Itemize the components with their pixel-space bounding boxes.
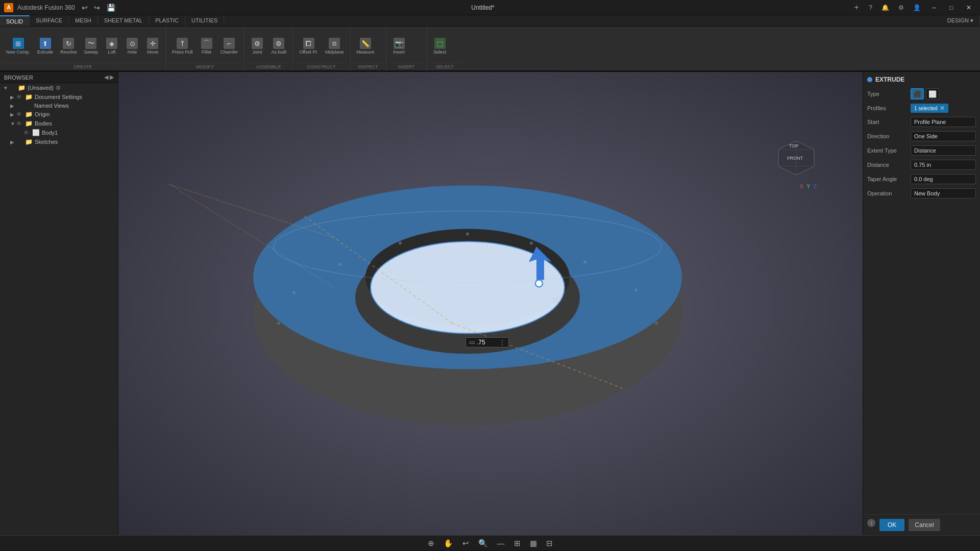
svg-point-16 bbox=[399, 355, 402, 358]
folder-icon: 📁 bbox=[25, 120, 33, 127]
overlay-options-icon[interactable]: ⋮ bbox=[499, 339, 505, 346]
tab-solid[interactable]: SOLID bbox=[0, 15, 30, 26]
svg-point-6 bbox=[466, 233, 469, 236]
extrude-button[interactable]: ⬆ Extrude bbox=[34, 37, 56, 56]
gear-icon[interactable]: ⚙ bbox=[56, 85, 61, 91]
tab-mesh[interactable]: MESH bbox=[69, 15, 98, 26]
construct-label: CONSTRUCT bbox=[296, 63, 347, 69]
undo-redo-group: ↩ ↪ bbox=[79, 3, 103, 13]
insert-mesh-icon: 📷 bbox=[394, 38, 405, 49]
svg-point-10 bbox=[399, 242, 402, 245]
operation-select[interactable]: New Body bbox=[911, 188, 976, 198]
info-icon[interactable]: i bbox=[867, 519, 875, 527]
fit-button[interactable]: ⊕ bbox=[425, 538, 437, 549]
browser-collapse-icon[interactable]: ◀ ▶ bbox=[104, 74, 114, 81]
tab-utilities[interactable]: UTILITIES bbox=[185, 15, 224, 26]
tab-sheet-metal[interactable]: SHEET METAL bbox=[98, 15, 149, 26]
modify-label: MODIFY bbox=[169, 63, 241, 69]
design-dropdown[interactable]: DESIGN ▾ bbox=[941, 15, 980, 26]
browser-item-doc-settings[interactable]: ▶ 👁 📁 Document Settings bbox=[0, 92, 118, 102]
inspect-label: INSPECT bbox=[354, 63, 383, 69]
type-value: ⬛ ⬜ bbox=[911, 88, 976, 99]
extrude-icon: ⬆ bbox=[40, 38, 51, 49]
new-tab-button[interactable]: ＋ bbox=[850, 2, 863, 13]
direction-value: One Side bbox=[911, 131, 976, 141]
start-select[interactable]: Profile Plane bbox=[911, 117, 976, 127]
help-button[interactable]: ? bbox=[866, 4, 875, 11]
save-button[interactable]: 💾 bbox=[107, 4, 115, 12]
loft-button[interactable]: ◈ Loft bbox=[102, 37, 121, 56]
chamfer-button[interactable]: ⌐ Chamfer bbox=[217, 37, 241, 56]
sweep-button[interactable]: 〜 Sweep bbox=[81, 37, 102, 56]
hole-button[interactable]: ⊙ Hole bbox=[122, 37, 142, 56]
sketches-label: Sketches bbox=[35, 139, 58, 145]
extent-type-label: Extent Type bbox=[867, 147, 911, 154]
body-icon: ⬜ bbox=[32, 129, 40, 136]
grid-button[interactable]: ▦ bbox=[527, 538, 540, 549]
ok-button[interactable]: OK bbox=[879, 519, 904, 531]
minimize-button[interactable]: ─ bbox=[927, 2, 941, 13]
maximize-button[interactable]: □ bbox=[944, 2, 959, 13]
notifications-button[interactable]: 🔔 bbox=[878, 4, 892, 11]
distance-input[interactable] bbox=[911, 160, 976, 170]
cancel-button[interactable]: Cancel bbox=[909, 519, 940, 531]
start-field-row: Start Profile Plane bbox=[867, 117, 976, 127]
measure-button[interactable]: 📏 Measure bbox=[354, 37, 378, 56]
insert-mesh-button[interactable]: 📷 Insert bbox=[389, 37, 409, 56]
select-button[interactable]: ⬚ Select bbox=[430, 37, 450, 56]
browser-item-root[interactable]: ▼ 📁 (Unsaved) ⚙ bbox=[0, 83, 118, 92]
viewport[interactable]: .75 ▭ ⋮ TOP FRONT X bbox=[118, 72, 863, 535]
dimension-input[interactable] bbox=[477, 339, 497, 346]
browser-item-named-views[interactable]: ▶ Named Views bbox=[0, 102, 118, 110]
type-toggle-solid[interactable]: ⬛ bbox=[911, 88, 924, 99]
titlebar: A Autodesk Fusion 360 ↩ ↪ 💾 Untitled* ＋ … bbox=[0, 0, 980, 15]
offset-plane-button[interactable]: ⧠ Offset Pl. bbox=[296, 37, 321, 56]
expand-arrow: ▶ bbox=[10, 139, 16, 145]
revolve-button[interactable]: ↻ Revolve bbox=[57, 37, 80, 56]
joint-icon: ⚙ bbox=[252, 38, 263, 49]
viewport-layout-button[interactable]: ⊟ bbox=[544, 538, 555, 549]
doc-settings-label: Document Settings bbox=[35, 94, 82, 100]
display-settings-button[interactable]: ⊞ bbox=[511, 538, 523, 549]
pan-button[interactable]: ✋ bbox=[441, 538, 456, 549]
browser-item-sketches[interactable]: ▶ 📁 Sketches bbox=[0, 137, 118, 146]
tab-surface[interactable]: SURFACE bbox=[30, 15, 69, 26]
direction-select[interactable]: One Side bbox=[911, 131, 976, 141]
as-built-joint-button[interactable]: ⚙ As-built bbox=[268, 37, 289, 56]
settings-button[interactable]: ⚙ bbox=[895, 4, 907, 11]
tab-plastic[interactable]: PLASTIC bbox=[149, 15, 185, 26]
taper-angle-input[interactable] bbox=[911, 174, 976, 184]
expand-arrow: ▼ bbox=[10, 121, 16, 127]
move-button[interactable]: ✛ Move bbox=[143, 37, 162, 56]
zoom-out-button[interactable]: — bbox=[495, 538, 507, 548]
extrude-panel: EXTRUDE Type ⬛ ⬜ Profiles 1 selected bbox=[863, 72, 980, 535]
section-select: ⬚ Select SELECT bbox=[427, 27, 463, 70]
insert-buttons: 📷 Insert bbox=[389, 29, 424, 62]
profiles-clear-button[interactable]: ✕ bbox=[940, 105, 945, 112]
browser-item-bodies[interactable]: ▼ 👁 📁 Bodies bbox=[0, 119, 118, 128]
undo-button[interactable]: ↩ bbox=[79, 3, 90, 13]
profiles-field-row: Profiles 1 selected ✕ bbox=[867, 104, 976, 113]
account-button[interactable]: 👤 bbox=[910, 4, 924, 11]
expand-arrow: ▶ bbox=[10, 94, 16, 100]
orbit-button[interactable]: ↩ bbox=[460, 538, 472, 549]
press-pull-button[interactable]: ⤒ Press Pull bbox=[169, 37, 196, 56]
svg-point-9 bbox=[634, 289, 638, 292]
svg-point-8 bbox=[583, 261, 586, 264]
fillet-button[interactable]: ⌒ Fillet bbox=[197, 37, 216, 56]
type-toggle-surface[interactable]: ⬜ bbox=[926, 88, 939, 99]
browser-item-origin[interactable]: ▶ 👁 📁 Origin bbox=[0, 110, 118, 119]
browser-item-body1[interactable]: 👁 ⬜ Body1 bbox=[0, 128, 118, 137]
start-label: Start bbox=[867, 119, 911, 125]
new-component-button[interactable]: ⊞ New Comp. bbox=[3, 37, 33, 56]
midplane-button[interactable]: ⧈ Midplane bbox=[322, 37, 347, 56]
extent-type-select[interactable]: Distance bbox=[911, 145, 976, 156]
view-gizmo[interactable]: TOP FRONT X Y Z bbox=[776, 138, 817, 179]
doc-title: Untitled* bbox=[471, 4, 494, 11]
type-label: Type bbox=[867, 91, 911, 97]
close-button[interactable]: ✕ bbox=[962, 2, 976, 13]
zoom-button[interactable]: 🔍 bbox=[476, 538, 491, 549]
dimension-input-overlay[interactable]: ▭ ⋮ bbox=[465, 337, 509, 347]
joint-button[interactable]: ⚙ Joint bbox=[248, 37, 267, 56]
redo-button[interactable]: ↪ bbox=[91, 3, 103, 13]
